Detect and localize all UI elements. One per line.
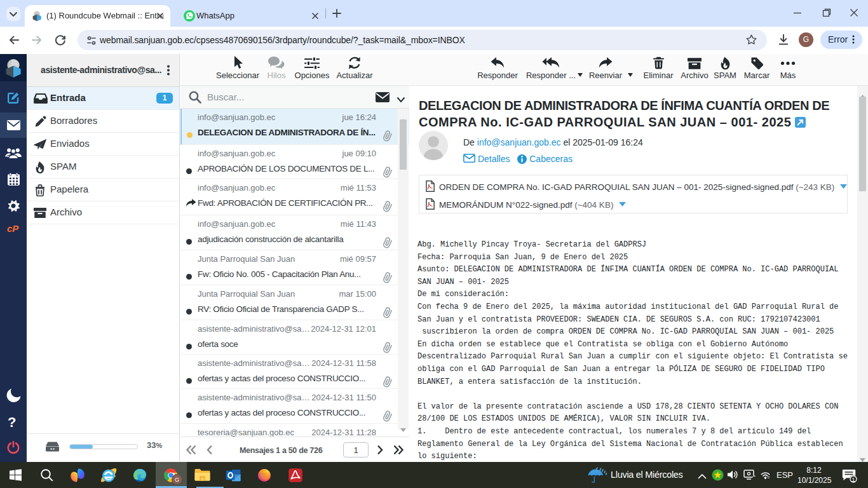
svg-text:1: 1: [851, 476, 855, 483]
